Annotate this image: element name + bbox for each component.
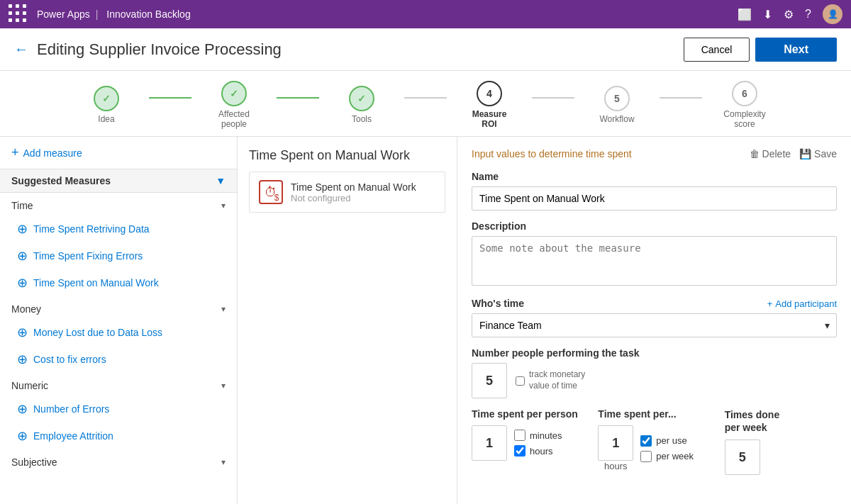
step-circle-measure: 4 (477, 81, 502, 106)
minutes-row: minutes (514, 430, 562, 441)
category-money-label: Money (11, 303, 41, 315)
monitor-icon[interactable]: ⬜ (738, 8, 752, 21)
category-subjective-label: Subjective (11, 457, 57, 468)
num-people-box: 5 (472, 363, 507, 398)
track-monetary-label: track monetary value of time (529, 369, 600, 391)
list-item[interactable]: ⊕ Time Spent Retriving Data (0, 215, 237, 242)
time-money-icon: ⏱ $ (258, 179, 284, 205)
chevron-numeric-icon: ▾ (221, 381, 226, 391)
plus-circle-icon: ⊕ (17, 352, 28, 367)
step-label-idea: Idea (98, 114, 114, 124)
back-button[interactable]: ← (14, 41, 28, 57)
category-money-header[interactable]: Money ▾ (0, 296, 237, 319)
delete-icon: 🗑 (750, 148, 760, 159)
step-label-affected: Affectedpeople (218, 109, 250, 129)
whos-time-row: Who's time + Add participant (472, 298, 837, 309)
measure-item-label: Cost to fix errors (33, 354, 106, 365)
plus-icon: + (767, 298, 773, 309)
per-use-label: per use (656, 435, 686, 446)
step-complexity[interactable]: 6 Complexityscore (702, 81, 787, 129)
time-spent-per-col: Time spent per... 1 hours per use (598, 408, 710, 471)
list-item[interactable]: ⊕ Time Spent Fixing Errors (0, 242, 237, 269)
step-circle-workflow: 5 (604, 86, 630, 111)
hours-unit-label: hours (604, 461, 628, 471)
cancel-button[interactable]: Cancel (684, 38, 750, 62)
per-week-label: per week (656, 451, 694, 461)
plus-circle-icon: ⊕ (17, 221, 28, 237)
steps-bar: ✓ Idea ✓ Affectedpeople ✓ Tools 4 Measur… (0, 71, 851, 137)
svg-text:$: $ (274, 193, 279, 203)
add-measure-button[interactable]: + Add measure (0, 137, 237, 169)
middle-panel: Time Spent on Manual Work ⏱ $ Time Spent… (238, 137, 457, 504)
category-time-label: Time (11, 200, 33, 211)
hours-label: hours (530, 446, 553, 457)
per-week-checkbox[interactable] (640, 451, 652, 462)
download-icon[interactable]: ⬇ (763, 8, 772, 21)
step-workflow[interactable]: 5 Workflow (574, 86, 660, 124)
chevron-subjective-icon: ▾ (221, 457, 226, 467)
left-panel: + Add measure Suggested Measures ▼ Time … (0, 137, 238, 504)
minutes-checkbox[interactable] (514, 430, 525, 441)
step-label-workflow: Workflow (599, 114, 634, 124)
hours-row: hours (514, 445, 562, 457)
measure-card-item[interactable]: ⏱ $ Time Spent on Manual Work Not config… (249, 172, 445, 213)
category-numeric-header[interactable]: Numeric ▾ (0, 373, 237, 396)
time-per-person-label: Time spent per person (472, 408, 584, 420)
list-item[interactable]: ⊕ Money Lost due to Data Loss (0, 319, 237, 346)
team-select[interactable]: Finance Team (472, 313, 837, 337)
name-label: Name (472, 171, 837, 182)
delete-button[interactable]: 🗑 Delete (750, 148, 791, 159)
list-item[interactable]: ⊕ Number of Errors (0, 396, 237, 422)
plus-circle-icon: ⊕ (17, 275, 28, 291)
settings-icon[interactable]: ⚙ (784, 8, 794, 21)
time-per-person-col: Time spent per person 1 minutes hours (472, 408, 584, 461)
save-button[interactable]: 💾 Save (799, 148, 837, 159)
filter-icon[interactable]: ▼ (216, 175, 226, 186)
step-affected-people[interactable]: ✓ Affectedpeople (191, 81, 277, 129)
time-per-person-row: 1 minutes hours (472, 425, 584, 461)
time-per-person-value: 1 (486, 436, 493, 451)
delete-label: Delete (762, 148, 791, 159)
hours-checkbox[interactable] (514, 445, 525, 457)
measure-item-name: Time Spent on Manual Work (291, 181, 416, 193)
list-item[interactable]: ⊕ Cost to fix errors (0, 346, 237, 373)
step-idea[interactable]: ✓ Idea (64, 86, 149, 124)
description-input[interactable] (472, 236, 837, 286)
connector-3 (404, 97, 447, 99)
times-done-label: Times doneper week (725, 408, 837, 434)
time-spent-per-row: 1 hours per use per week (598, 425, 710, 471)
topbar: Power Apps | Innovation Backlog ⬜ ⬇ ⚙ ? … (0, 0, 851, 28)
main-content: + Add measure Suggested Measures ▼ Time … (0, 137, 851, 504)
grid-icon[interactable] (9, 4, 28, 24)
name-input[interactable] (472, 186, 837, 211)
right-panel: Input values to determine time spent 🗑 D… (457, 137, 851, 504)
category-numeric-label: Numeric (11, 380, 48, 391)
suggested-title: Suggested Measures (11, 175, 111, 186)
next-button[interactable]: Next (755, 38, 837, 62)
step-circle-complexity: 6 (732, 81, 757, 106)
user-avatar[interactable]: 👤 (823, 4, 842, 24)
step-measure-roi[interactable]: 4 MeasureROI (447, 81, 532, 129)
save-label: Save (814, 148, 837, 159)
step-label-complexity: Complexityscore (723, 109, 765, 129)
per-use-checkbox[interactable] (640, 435, 652, 447)
step-label-tools: Tools (352, 114, 372, 124)
connector-1 (149, 97, 191, 99)
time-spent-per-box: 1 (598, 425, 633, 461)
help-icon[interactable]: ? (805, 8, 811, 21)
track-monetary-checkbox-row: track monetary value of time (516, 369, 600, 391)
num-people-label: Number people performing the task (472, 347, 837, 359)
measure-item-label: Time Spent Retriving Data (33, 223, 150, 235)
step-tools[interactable]: ✓ Tools (319, 86, 404, 124)
list-item[interactable]: ⊕ Time Spent on Manual Work (0, 269, 237, 296)
category-time-header[interactable]: Time ▾ (0, 193, 237, 215)
add-participant-button[interactable]: + Add participant (767, 298, 837, 309)
track-monetary-checkbox[interactable] (516, 376, 525, 386)
list-item[interactable]: ⊕ Employee Attrition (0, 422, 237, 449)
measure-card-icon: ⏱ $ (258, 179, 284, 205)
step-circle-affected: ✓ (221, 81, 247, 106)
step-circle-idea: ✓ (94, 86, 119, 111)
category-subjective-header[interactable]: Subjective ▾ (0, 449, 237, 472)
app-name: Power Apps (37, 9, 90, 20)
plus-icon: + (11, 145, 19, 160)
